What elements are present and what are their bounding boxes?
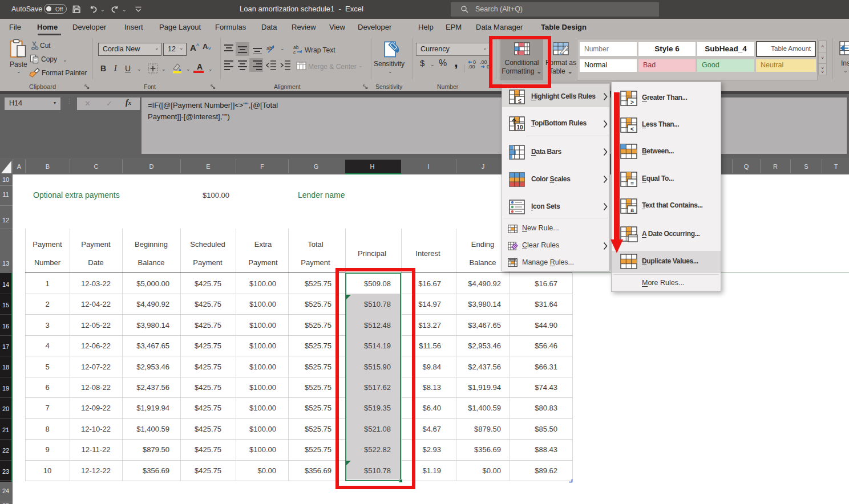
- svg-text:0: 0: [473, 59, 476, 65]
- svg-text:c: c: [293, 50, 296, 55]
- svg-text:a: a: [630, 206, 634, 213]
- svg-text:<: <: [630, 125, 634, 132]
- svg-text:.00: .00: [480, 59, 487, 65]
- svg-text:>: >: [630, 99, 634, 105]
- svg-text:=: =: [630, 180, 634, 186]
- svg-text:ab: ab: [266, 46, 272, 51]
- svg-text:10: 10: [516, 124, 523, 131]
- svg-text:≤: ≤: [518, 97, 521, 103]
